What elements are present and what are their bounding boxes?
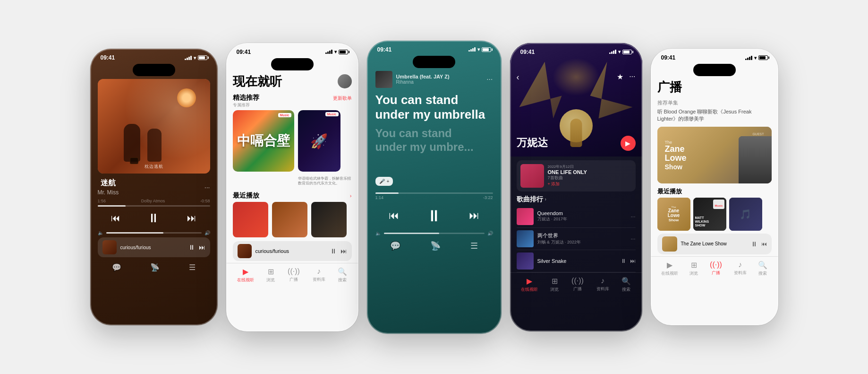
p4-track-artist-1: 万妮达 · 2017年 (537, 216, 627, 222)
p5-show-card[interactable]: The Zane Lowe Show GUEST BLOODORANGE (657, 127, 772, 183)
p3-rewind[interactable]: ⏮ (389, 209, 399, 222)
p3-forward[interactable]: ⏭ (469, 209, 479, 222)
p4-favorite-btn[interactable]: ★ (617, 72, 623, 82)
p3-lyrics-icon[interactable]: 💬 (390, 241, 400, 251)
mini-player-1[interactable]: curious/furious ⏸ ⏭ (98, 237, 210, 257)
recent-item-3[interactable] (311, 202, 347, 237)
time-1: 09:41 (101, 54, 115, 61)
p2-recent-header: 最近播放 › (233, 191, 352, 200)
p2-mini-pause[interactable]: ⏸ (330, 247, 337, 255)
mini-thumb-1 (102, 240, 117, 254)
p3-vol-bar[interactable] (384, 233, 485, 234)
nav-library-5[interactable]: ♪ 资料库 (734, 261, 747, 277)
status-bar-5: 09:41 ▾ (651, 49, 778, 63)
p3-mini-art[interactable] (375, 71, 392, 88)
search-icon-5: 🔍 (758, 261, 767, 270)
p4-track-controls-3: ⏸ ⏭ (621, 258, 636, 264)
p2-avatar[interactable] (338, 74, 352, 88)
nav-search-2[interactable]: 🔍 搜索 (338, 267, 347, 283)
p5-featured-desc: 听 Blood Orange 聊聊新歌《Jesus Freak Lighter》… (657, 108, 772, 123)
recent-show-2[interactable]: Music MATTWILKINSSHOW (693, 198, 726, 231)
p5-show-text: The Zane Lowe Show (665, 139, 687, 170)
p2-recent-more[interactable]: › (350, 193, 352, 199)
p5-mini-title: The Zane Lowe Show (681, 241, 747, 246)
p3-play-pause[interactable]: ⏸ (426, 207, 442, 225)
music-badge: Music (278, 113, 291, 117)
p4-more-btn[interactable]: ··· (629, 72, 635, 82)
album-art-1[interactable]: 枕边逃航 (98, 79, 210, 174)
time-2: 09:41 (237, 49, 251, 55)
p2-update-btn[interactable]: 更新歌单 (333, 95, 352, 102)
p4-track-3: Silver Snake ⏸ ⏭ (517, 250, 636, 272)
wifi-1: ▾ (194, 55, 196, 61)
nav-browse-2[interactable]: ⊞ 浏览 (266, 267, 275, 283)
rewind-btn-1[interactable]: ⏮ (111, 213, 120, 224)
p3-queue-icon[interactable]: ☰ (470, 241, 478, 251)
bottom-icons-1: 💬 📡 ☰ (98, 259, 210, 276)
wifi-2: ▾ (334, 49, 337, 54)
p3-mic-badge[interactable]: 🎤 + (375, 177, 393, 186)
p5-recent-shows: The Zane Lowe Show Music MA (657, 198, 772, 231)
p4-track-forward-3[interactable]: ⏭ (630, 258, 636, 264)
airplay-icon-1[interactable]: 📡 (150, 263, 160, 272)
recent-item-1[interactable] (233, 202, 268, 237)
p4-add-btn[interactable]: + 添加 (548, 181, 632, 187)
nav-library-4[interactable]: ♪ 资料库 (596, 277, 609, 293)
recent-show-1[interactable]: The Zane Lowe Show (657, 198, 690, 231)
nav-browse-4[interactable]: ⊞ 浏览 (550, 277, 559, 293)
nav-radio-2[interactable]: ((·)) 广播 (288, 267, 300, 283)
battery-5 (758, 55, 768, 60)
status-icons-5: ▾ (745, 55, 768, 61)
p4-track-more-2[interactable]: ··· (630, 235, 635, 242)
listen-icon-5: ▶ (667, 261, 672, 270)
p4-thumb-2 (517, 230, 534, 247)
p2-featured-large[interactable]: 中嗝合壁 Music (233, 110, 294, 172)
p5-host-photo (739, 136, 772, 183)
p4-track-pause-3[interactable]: ⏸ (621, 258, 626, 264)
p5-mini-player[interactable]: The Zane Lowe Show ⏸ ⏮ (657, 234, 772, 254)
nav-library-2[interactable]: ♪ 资料库 (313, 267, 325, 283)
mini-pause-1[interactable]: ⏸ (188, 244, 195, 251)
recent-show-3[interactable]: 🎵 (729, 198, 762, 231)
nav-listen-5[interactable]: ▶ 在线视听 (661, 261, 678, 277)
p2-mini-forward[interactable]: ⏭ (340, 247, 347, 255)
p4-playlist-card[interactable]: 2022年9月12日 ONE LIFE ONLY 7首歌曲 + 添加 (517, 160, 636, 191)
nav-radio-4[interactable]: ((·)) 广播 (571, 277, 584, 293)
vol-bar-1[interactable] (106, 232, 202, 234)
dolby-text-1: Dolby Atmos (141, 199, 165, 203)
p4-back-btn[interactable]: ‹ (517, 72, 519, 82)
p2-featured-small[interactable]: 🚀 Music (298, 110, 340, 172)
signal-1 (185, 56, 192, 60)
queue-icon-1[interactable]: ☰ (189, 263, 196, 272)
nav-browse-5[interactable]: ⊞ 浏览 (689, 261, 698, 277)
forward-btn-1[interactable]: ⏭ (187, 213, 196, 224)
phones-container: 09:41 ▾ 枕边逃航 (71, 26, 797, 348)
p4-track-more-1[interactable]: ··· (630, 213, 635, 220)
nav-search-4[interactable]: 🔍 搜索 (621, 277, 631, 293)
nav-listen-2[interactable]: ▶ 在线视听 (237, 267, 254, 283)
more-btn-1[interactable]: ··· (204, 183, 210, 191)
p5-mini-fwd[interactable]: ⏮ (761, 241, 767, 247)
lyrics-icon-1[interactable]: 💬 (112, 263, 121, 272)
lyric-active: You can stand under my umbrella (375, 93, 493, 122)
pause-btn-1[interactable]: ⏸ (147, 211, 160, 226)
p3-prog-bar[interactable] (375, 192, 493, 194)
nav-search-5[interactable]: 🔍 搜索 (758, 261, 767, 277)
wifi-5: ▾ (754, 55, 757, 61)
p4-top-controls: ‹ ★ ··· (510, 72, 642, 82)
progress-bar-1[interactable] (98, 205, 210, 207)
nav-radio-5[interactable]: ((·)) 广播 (710, 261, 722, 277)
nav-listen-4[interactable]: ▶ 在线视听 (521, 277, 538, 293)
mini-forward-1[interactable]: ⏭ (199, 244, 205, 251)
p2-mini-player[interactable]: curious/furious ⏸ ⏭ (233, 241, 352, 261)
p4-track-info-2: 两个世界 刘畅 & 万妮达 · 2022年 (537, 232, 627, 245)
p3-more-btn[interactable]: ··· (486, 75, 493, 84)
p2-mini-thumb (238, 244, 252, 258)
recent-item-2[interactable] (272, 202, 307, 237)
p3-airplay-icon[interactable]: 📡 (430, 241, 441, 251)
p4-play-btn[interactable]: ▶ (621, 136, 636, 151)
p5-mini-pause[interactable]: ⏸ (751, 240, 757, 248)
p4-track-1: Queendom 万妮达 · 2017年 ··· (517, 206, 636, 228)
p3-time-total: -3:22 (483, 195, 493, 200)
radio-label-2: 广播 (289, 277, 298, 283)
